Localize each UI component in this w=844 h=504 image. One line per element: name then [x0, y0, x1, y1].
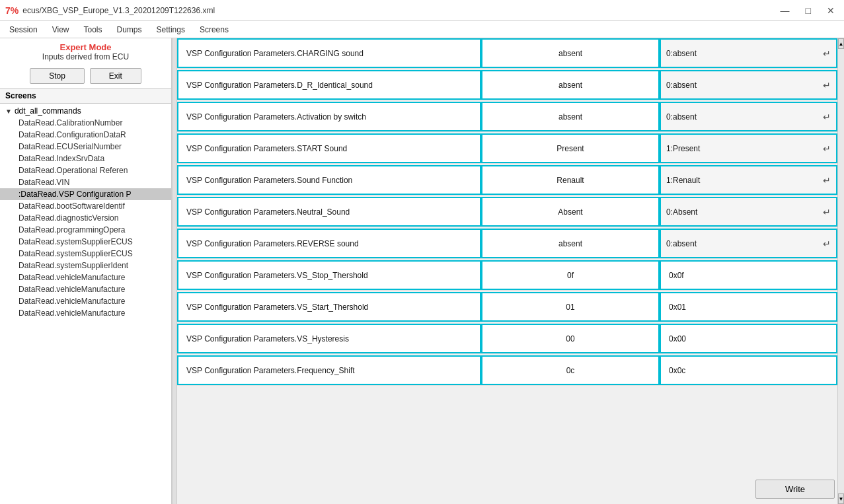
inputs-label: Inputs derived from ECU	[5, 52, 166, 61]
tree-child-7[interactable]: DataRead.bootSoftwareIdentif	[0, 200, 171, 212]
dropdown-value: 1:Present	[666, 144, 700, 153]
data-table: VSP Configuration Parameters.CHARGING so…	[177, 38, 837, 474]
dropdown-arrow-icon: ↵	[823, 238, 831, 249]
cell-param-plain: 0x00	[660, 324, 837, 353]
cell-param-value: absent	[481, 102, 660, 131]
menu-view[interactable]: View	[46, 24, 76, 36]
dropdown-value: 1:Renault	[666, 176, 700, 185]
title-bar-left: 7% ecus/XBG_VSP_Europe_V1.3_20201209T122…	[5, 5, 215, 16]
menu-session[interactable]: Session	[3, 24, 44, 36]
dropdown-arrow-icon: ↵	[823, 48, 831, 59]
cell-param-value: 0c	[481, 355, 660, 385]
dropdown-arrow-icon: ↵	[823, 207, 831, 217]
sidebar: Expert Mode Inputs derived from ECU Stop…	[0, 38, 172, 504]
cell-param-name: VSP Configuration Parameters.Activation …	[177, 102, 481, 131]
menu-settings[interactable]: Settings	[150, 24, 192, 36]
table-row: VSP Configuration Parameters.Neutral_Sou…	[177, 197, 837, 227]
tree-child-10[interactable]: DataRead.systemSupplierECUS	[0, 236, 171, 248]
title-bar-filename: ecus/XBG_VSP_Europe_V1.3_20201209T122636…	[22, 6, 215, 15]
table-row: VSP Configuration Parameters.D_R_Identic…	[177, 70, 837, 100]
write-area: Write	[177, 474, 837, 504]
minimize-button[interactable]: —	[777, 4, 794, 17]
title-bar-controls: — □ ✕	[777, 4, 839, 17]
cell-param-value: absent	[481, 38, 660, 68]
tree-child-15[interactable]: DataRead.vehicleManufacture	[0, 295, 171, 307]
tree-child-1[interactable]: DataRead.ConfigurationDataR	[0, 129, 171, 141]
menu-dumps[interactable]: Dumps	[110, 24, 149, 36]
dropdown-value: 0:absent	[666, 112, 697, 122]
table-row: VSP Configuration Parameters.Frequency_S…	[177, 355, 837, 386]
tree-child-4[interactable]: DataRead.Operational Referen	[0, 164, 171, 176]
maximize-button[interactable]: □	[802, 4, 815, 17]
cell-param-dropdown[interactable]: 0:absent ↵	[660, 102, 837, 131]
cell-param-plain: 0x01	[660, 292, 837, 322]
table-row: VSP Configuration Parameters.VS_Start_Th…	[177, 292, 837, 322]
tree-expand-icon: ▼	[5, 108, 12, 115]
stop-button[interactable]: Stop	[30, 68, 85, 84]
cell-param-dropdown[interactable]: 0:absent ↵	[660, 70, 837, 100]
cell-param-name: VSP Configuration Parameters.Frequency_S…	[177, 355, 481, 385]
tree-child-16[interactable]: DataRead.vehicleManufacture	[0, 307, 171, 319]
cell-param-dropdown[interactable]: 0:Absent ↵	[660, 197, 837, 227]
table-row: VSP Configuration Parameters.Activation …	[177, 102, 837, 132]
cell-param-name: VSP Configuration Parameters.REVERSE sou…	[177, 229, 481, 258]
cell-param-plain: 0x0c	[660, 355, 837, 385]
exit-button[interactable]: Exit	[90, 68, 141, 84]
tree-child-11[interactable]: DataRead.systemSupplierECUS	[0, 248, 171, 260]
tree-child-3[interactable]: DataRead.IndexSrvData	[0, 153, 171, 164]
tree-child-0[interactable]: DataRead.CalibrationNumber	[0, 117, 171, 129]
cell-param-name: VSP Configuration Parameters.CHARGING so…	[177, 38, 481, 68]
menu-screens[interactable]: Screens	[193, 24, 235, 36]
table-row: VSP Configuration Parameters.REVERSE sou…	[177, 229, 837, 259]
tree-child-5[interactable]: DataRead.VIN	[0, 176, 171, 188]
cell-param-name: VSP Configuration Parameters.VS_Hysteres…	[177, 324, 481, 353]
tree-child-12[interactable]: DataRead.systemSupplierIdent	[0, 260, 171, 271]
dropdown-value: 0:Absent	[666, 207, 697, 217]
scroll-down-button[interactable]: ▼	[838, 493, 844, 504]
menu-tools[interactable]: Tools	[77, 24, 109, 36]
cell-param-name: VSP Configuration Parameters.VS_Stop_The…	[177, 260, 481, 290]
sidebar-tree: ▼ ddt_all_commands DataRead.CalibrationN…	[0, 104, 171, 504]
cell-param-value: absent	[481, 70, 660, 100]
cell-param-value: 01	[481, 292, 660, 322]
dropdown-value: 0:absent	[666, 81, 697, 90]
tree-root-item[interactable]: ▼ ddt_all_commands	[0, 105, 171, 117]
table-row: VSP Configuration Parameters.VS_Stop_The…	[177, 260, 837, 291]
cell-param-dropdown[interactable]: 1:Present ↵	[660, 133, 837, 163]
cell-param-name: VSP Configuration Parameters.VS_Start_Th…	[177, 292, 481, 322]
table-row: VSP Configuration Parameters.Sound Funct…	[177, 165, 837, 196]
tree-child-9[interactable]: DataRead.programmingOpera	[0, 224, 171, 236]
scroll-up-button[interactable]: ▲	[838, 38, 844, 49]
cell-param-value: Renault	[481, 165, 660, 195]
cell-param-dropdown[interactable]: 1:Renault ↵	[660, 165, 837, 195]
splitter[interactable]	[172, 38, 177, 504]
main-layout: Expert Mode Inputs derived from ECU Stop…	[0, 38, 844, 504]
menu-bar: Session View Tools Dumps Settings Screen…	[0, 21, 844, 38]
tree-child-6[interactable]: :DataRead.VSP Configuration P	[0, 188, 171, 200]
tree-root-label: ddt_all_commands	[15, 106, 81, 116]
tree-child-2[interactable]: DataRead.ECUSerialNumber	[0, 141, 171, 153]
app-icon: 7%	[5, 5, 19, 16]
sidebar-buttons: Stop Exit	[0, 64, 171, 88]
cell-param-plain: 0x0f	[660, 260, 837, 290]
write-button[interactable]: Write	[755, 480, 835, 499]
cell-param-value: 0f	[481, 260, 660, 290]
tree-child-8[interactable]: DataRead.diagnosticVersion	[0, 212, 171, 224]
tree-child-13[interactable]: DataRead.vehicleManufacture	[0, 271, 171, 283]
cell-param-value: Present	[481, 133, 660, 163]
cell-param-name: VSP Configuration Parameters.Sound Funct…	[177, 165, 481, 195]
table-row: VSP Configuration Parameters.VS_Hysteres…	[177, 324, 837, 354]
cell-param-value: absent	[481, 229, 660, 258]
cell-param-dropdown[interactable]: 0:absent ↵	[660, 229, 837, 258]
right-scrollbar: ▲ ▼	[837, 38, 844, 504]
cell-param-name: VSP Configuration Parameters.D_R_Identic…	[177, 70, 481, 100]
dropdown-value: 0:absent	[666, 239, 697, 248]
scroll-track	[838, 49, 844, 493]
dropdown-arrow-icon: ↵	[823, 112, 831, 122]
tree-child-14[interactable]: DataRead.vehicleManufacture	[0, 283, 171, 295]
title-bar: 7% ecus/XBG_VSP_Europe_V1.3_20201209T122…	[0, 0, 844, 21]
cell-param-value: Absent	[481, 197, 660, 227]
cell-param-name: VSP Configuration Parameters.START Sound	[177, 133, 481, 163]
close-button[interactable]: ✕	[823, 4, 839, 17]
cell-param-dropdown[interactable]: 0:absent ↵	[660, 38, 837, 68]
